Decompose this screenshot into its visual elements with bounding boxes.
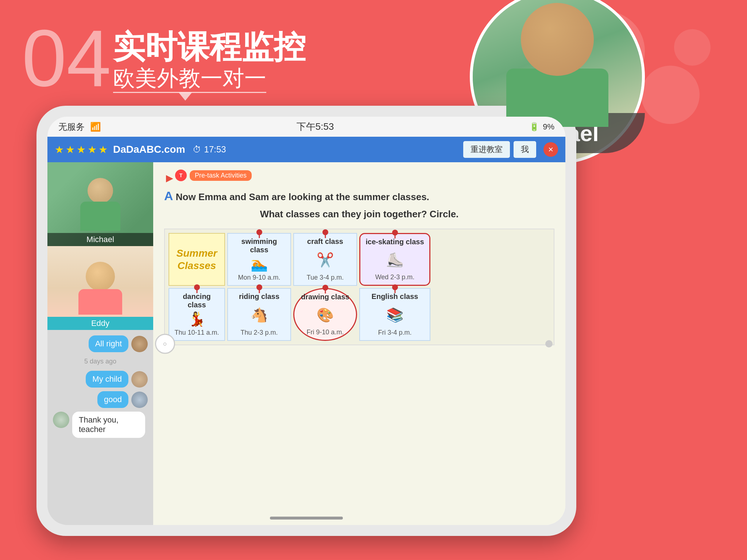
class-icon-dancing: 💃	[188, 311, 205, 327]
status-bar: 无服务 📶 下午5:53 🔋 9%	[47, 117, 565, 137]
class-time-riding: Thu 2-3 p.m.	[240, 329, 278, 337]
class-name-craft: craft class	[307, 237, 343, 246]
class-iceskating: ice-skating class ⛸️ Wed 2-3 p.m.	[359, 233, 430, 286]
chat-message-4: Thank you, teacher	[53, 412, 148, 438]
chat-message-2: My child	[53, 371, 148, 388]
class-name-riding: riding class	[239, 292, 279, 301]
class-drawing: drawing class 🎨 Fri 9-10 a.m.	[293, 288, 357, 341]
chat-area: All right 5 days ago My child good	[47, 330, 153, 525]
class-time-iceskating: Wed 2-3 p.m.	[375, 273, 415, 281]
pretask-icon-label: T	[179, 172, 183, 178]
pin-dancing	[194, 284, 200, 290]
ipad-home-bar	[270, 517, 343, 520]
class-time-dancing: Thu 10-11 a.m.	[174, 329, 219, 337]
left-nav-button[interactable]: ○	[155, 334, 175, 354]
timestamp-1: 5 days ago	[53, 358, 148, 365]
bubble-my-child: My child	[86, 371, 128, 388]
pretask-label: Pre-task Activities	[190, 170, 252, 181]
chat-message-1: All right	[53, 335, 148, 352]
class-icon-craft: ✂️	[317, 252, 334, 268]
class-icon-swimming: 🏊	[251, 256, 268, 272]
star-4: ★	[88, 144, 97, 156]
star-2: ★	[66, 144, 75, 156]
app-header: ★ ★ ★ ★ ★ DaDaABC.com ⏱ 17:53 重进教室 我 ×	[47, 137, 565, 162]
class-name-drawing: drawing class	[301, 293, 349, 301]
avatar-2	[131, 371, 148, 388]
class-dancing: dancing class 💃 Thu 10-11 a.m.	[169, 288, 225, 341]
right-nav-dot	[545, 340, 553, 347]
status-right: 🔋 9%	[529, 122, 554, 132]
video-michael: Michael	[47, 162, 153, 246]
question-strong-1: Now Emma and Sam are looking at the summ…	[176, 191, 429, 202]
cursor-arrow: ▶	[166, 172, 173, 184]
summer-grid: Summer Classes swimmingclass 🏊 Mon 9-10 …	[164, 229, 554, 345]
question-text: A Now Emma and Sam are looking at the su…	[164, 187, 554, 221]
sidebar: Michael Eddy All right	[47, 162, 153, 525]
title-sub: 欧美外教一对一	[113, 64, 266, 93]
pretask-banner-row: T Pre-task Activities	[175, 170, 554, 181]
summer-title-cell: Summer Classes	[169, 233, 225, 286]
star-3: ★	[77, 144, 86, 156]
status-left: 无服务 📶	[58, 121, 101, 133]
pin-english	[392, 284, 398, 290]
bg-circle-3	[674, 29, 711, 66]
title-main: 实时课程监控	[113, 26, 306, 69]
summer-title: Summer Classes	[175, 247, 219, 272]
me-button[interactable]: 我	[514, 141, 536, 158]
pin-craft	[322, 229, 328, 235]
header-timer: ⏱ 17:53	[193, 144, 226, 155]
pin-iceskating	[392, 230, 398, 236]
timer-icon: ⏱	[193, 144, 201, 155]
pin-swimming	[256, 229, 262, 235]
bubble-good: good	[97, 391, 128, 408]
question-letter: A	[164, 189, 173, 203]
class-time-drawing: Fri 9-10 a.m.	[306, 328, 344, 336]
status-time: 下午5:53	[297, 120, 334, 133]
bubble-all-right: All right	[89, 335, 128, 352]
chat-message-3: good	[53, 391, 148, 408]
battery-level: 9%	[543, 122, 554, 132]
pin-drawing	[322, 285, 328, 291]
question-line1: A Now Emma and Sam are looking at the su…	[164, 187, 554, 205]
ipad-frame: 无服务 📶 下午5:53 🔋 9% ★ ★ ★ ★ ★ DaDaABC.com …	[36, 106, 576, 536]
ipad-inner: 无服务 📶 下午5:53 🔋 9% ★ ★ ★ ★ ★ DaDaABC.com …	[47, 117, 565, 525]
class-english: English class 📚 Fri 3-4 p.m.	[359, 288, 430, 341]
reenter-button[interactable]: 重进教室	[463, 141, 510, 158]
class-riding: riding class 🐴 Thu 2-3 p.m.	[227, 288, 291, 341]
class-time-craft: Tue 3-4 p.m.	[307, 274, 344, 281]
class-icon-english: 📚	[386, 307, 403, 323]
question-line2: What classes can they join together? Cir…	[164, 207, 554, 221]
class-icon-iceskating: ⛸️	[386, 252, 403, 268]
bg-circle-2	[641, 66, 700, 124]
lesson-content: ▶ T Pre-task Activities A Now Emma and	[153, 162, 565, 525]
wifi-icon: 📶	[90, 122, 101, 132]
close-button[interactable]: ×	[543, 142, 558, 157]
pretask-icon: T	[175, 170, 187, 181]
class-craft: craft class ✂️ Tue 3-4 p.m.	[293, 233, 357, 286]
star-5: ★	[98, 144, 108, 156]
main-area: Michael Eddy All right	[47, 162, 565, 525]
pin-riding	[256, 284, 262, 290]
class-name-english: English class	[372, 292, 418, 301]
eddy-label: Eddy	[47, 317, 153, 330]
class-name-iceskating: ice-skating class	[365, 238, 424, 246]
title-arrow	[179, 93, 192, 101]
class-time-swimming: Mon 9-10 a.m.	[238, 274, 280, 281]
class-icon-drawing: 🎨	[317, 307, 334, 323]
michael-label: Michael	[47, 233, 153, 246]
class-name-swimming: swimmingclass	[241, 237, 277, 254]
avatar-1	[131, 336, 148, 352]
section-number: 04	[22, 18, 111, 98]
bubble-thank-you: Thank you, teacher	[72, 412, 145, 438]
header-stars: ★ ★ ★ ★ ★	[55, 144, 108, 156]
timer-value: 17:53	[204, 144, 226, 155]
class-name-dancing: dancing class	[173, 292, 221, 309]
star-1: ★	[55, 144, 64, 156]
signal-status: 无服务	[58, 121, 85, 133]
class-icon-riding: 🐴	[251, 307, 268, 323]
avatar-3	[131, 392, 148, 408]
app-logo: DaDaABC.com	[113, 144, 185, 155]
battery-icon: 🔋	[529, 122, 539, 132]
content-area: ▶ T Pre-task Activities A Now Emma and	[153, 162, 565, 525]
class-swimming: swimmingclass 🏊 Mon 9-10 a.m.	[227, 233, 291, 286]
